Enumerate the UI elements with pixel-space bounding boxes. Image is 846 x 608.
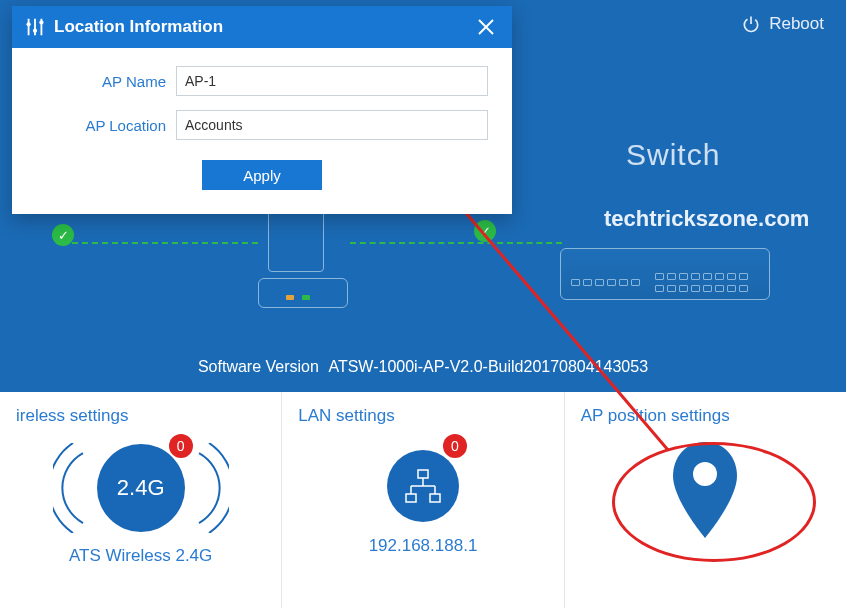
svg-rect-2 [418, 470, 428, 478]
network-icon [403, 466, 443, 506]
panel-title: LAN settings [298, 406, 547, 426]
svg-point-16 [39, 20, 43, 24]
lan-value: 192.168.188.1 [298, 536, 547, 556]
panel-title: ireless settings [16, 406, 265, 426]
switch-device-icon [560, 248, 770, 300]
svg-point-15 [33, 29, 37, 33]
modal-body: AP Name AP Location Apply [12, 48, 512, 214]
lan-badge: 0 [443, 434, 467, 458]
wireless-value: ATS Wireless 2.4G [16, 546, 265, 566]
link-line-right [350, 242, 562, 244]
switch-label: Switch [626, 138, 720, 172]
ap-name-label: AP Name [36, 73, 176, 90]
reboot-button[interactable]: Reboot [741, 14, 824, 34]
svg-rect-3 [406, 494, 416, 502]
link-line-left [72, 242, 258, 244]
location-info-modal: Location Information AP Name AP Location… [12, 6, 512, 214]
power-icon [741, 14, 761, 34]
sliders-icon [24, 16, 46, 38]
wireless-icon: 2.4G [97, 444, 185, 532]
watermark-text: techtrickszone.com [604, 206, 809, 232]
modal-title: Location Information [54, 17, 223, 37]
software-version-label: Software Version [198, 358, 319, 375]
ap-location-input[interactable] [176, 110, 488, 140]
lan-icon [387, 450, 459, 522]
signal-arc-icon [189, 443, 229, 533]
svg-rect-4 [430, 494, 440, 502]
wireless-badge: 0 [169, 434, 193, 458]
panel-ap-position[interactable]: AP position settings [565, 392, 846, 608]
software-version-value: ATSW-1000i-AP-V2.0-Build20170804143053 [328, 358, 648, 375]
software-version: Software Version ATSW-1000i-AP-V2.0-Buil… [0, 358, 846, 376]
modal-close-button[interactable] [472, 13, 500, 41]
apply-button[interactable]: Apply [202, 160, 322, 190]
svg-point-14 [26, 22, 30, 26]
reboot-label: Reboot [769, 14, 824, 34]
wireless-band-text: 2.4G [117, 475, 165, 501]
link-status-icon: ✓ [474, 220, 496, 242]
panel-lan[interactable]: LAN settings 0 192.168.188.1 [282, 392, 564, 608]
panel-wireless[interactable]: ireless settings 2.4G 0 ATS Wireless 2.4… [0, 392, 282, 608]
modal-header: Location Information [12, 6, 512, 48]
location-pin-icon [665, 438, 745, 542]
svg-point-9 [693, 462, 717, 486]
close-icon [477, 18, 495, 36]
ap-location-label: AP Location [36, 117, 176, 134]
bottom-panels: ireless settings 2.4G 0 ATS Wireless 2.4… [0, 392, 846, 608]
signal-arc-icon [53, 443, 93, 533]
panel-title: AP position settings [581, 406, 830, 426]
ap-name-input[interactable] [176, 66, 488, 96]
link-status-icon: ✓ [52, 224, 74, 246]
